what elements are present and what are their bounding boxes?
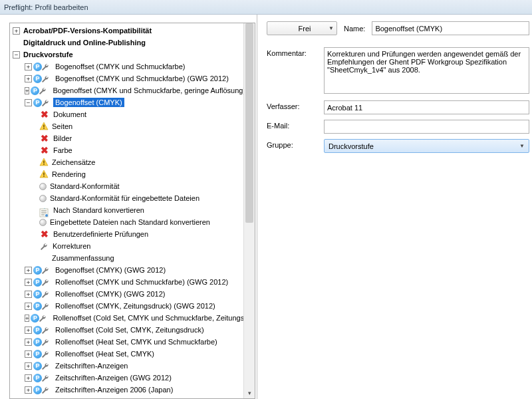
name-input[interactable] xyxy=(372,21,529,35)
scroll-thumb[interactable] xyxy=(245,23,253,223)
tree-child[interactable]: Seiten xyxy=(10,120,255,132)
wrench-icon xyxy=(38,86,48,96)
right-panel: Frei ▼ Name: Kommentar: Verfasser: E-Mai… xyxy=(257,15,532,399)
warning-icon xyxy=(39,122,49,131)
wrench-icon xyxy=(41,98,51,108)
tree-child[interactable]: Zusammenfassung xyxy=(10,252,255,264)
expand-toggle[interactable]: + xyxy=(25,291,32,298)
tree-scrollbar[interactable]: ▴ ▾ xyxy=(243,23,255,398)
chevron-down-icon: ▼ xyxy=(329,25,334,31)
tree-profile[interactable]: +PRollenoffset (Cold Set, CMYK, Zeitungs… xyxy=(10,324,255,336)
profile-icon: P xyxy=(33,350,42,358)
wrench-icon xyxy=(41,277,51,287)
profile-icon: P xyxy=(33,278,42,287)
tree-profile[interactable]: +PZeitschriften-Anzeigen 2006 (Japan) xyxy=(10,384,255,396)
expand-toggle[interactable]: − xyxy=(13,51,20,59)
verfasser-label: Verfasser: xyxy=(267,100,324,110)
wrench-icon xyxy=(41,74,51,84)
tree-profile[interactable]: + P Bogenoffset (CMYK und Schmuckfarbe) … xyxy=(10,72,255,84)
expand-toggle[interactable]: + xyxy=(25,315,29,322)
tree-category[interactable]: Digitaldruck und Online-Publishing xyxy=(10,37,255,49)
wrench-icon xyxy=(41,62,51,72)
profile-icon: P xyxy=(31,86,39,95)
tree-child[interactable]: Rendering xyxy=(10,168,255,180)
tree-category[interactable]: − Druckvorstufe xyxy=(10,49,255,61)
profile-icon: P xyxy=(33,326,42,334)
expand-toggle[interactable]: + xyxy=(25,63,32,70)
profile-icon: P xyxy=(31,314,39,323)
expand-toggle[interactable]: + xyxy=(25,327,32,334)
tree-profile[interactable]: +PZeitschriften-Anzeigen (GWG 2012) xyxy=(10,372,255,384)
lock-open-icon xyxy=(270,24,279,33)
wrench-icon xyxy=(41,289,51,299)
kommentar-textarea[interactable] xyxy=(324,47,529,94)
error-icon: ✖ xyxy=(39,133,50,144)
expand-toggle[interactable]: + xyxy=(25,374,32,382)
expand-toggle[interactable]: + xyxy=(25,279,32,286)
gruppe-combo[interactable]: Druckvorstufe ▼ xyxy=(324,139,529,153)
name-label: Name: xyxy=(344,25,365,33)
profile-icon: P xyxy=(33,374,42,382)
tree-profile-selected[interactable]: − P Bogenoffset (CMYK) xyxy=(10,96,255,108)
email-label: E-Mail: xyxy=(267,120,324,130)
tree-profile[interactable]: +PRollenoffset (Heat Set, CMYK und Schmu… xyxy=(10,336,255,348)
summary-icon xyxy=(39,253,49,263)
tree-profile[interactable]: + P Bogenoffset (CMYK und Schmuckfarbe, … xyxy=(10,84,255,96)
tree-child[interactable]: Zeichensätze xyxy=(10,156,255,168)
tree-category[interactable]: + Acrobat/PDF-Versions-Kompatibilität xyxy=(10,25,255,37)
profile-tree[interactable]: + Acrobat/PDF-Versions-Kompatibilität Di… xyxy=(10,23,255,398)
tree-child[interactable]: ✖Farbe xyxy=(10,144,255,156)
left-panel: + Acrobat/PDF-Versions-Kompatibilität Di… xyxy=(0,15,257,399)
tree-child[interactable]: Standard-Konformität xyxy=(10,180,255,192)
error-icon: ✖ xyxy=(39,109,50,120)
tree-profile[interactable]: +PBogenoffset (CMYK) (GWG 2012) xyxy=(10,264,255,276)
tree-child[interactable]: ✖Dokument xyxy=(10,108,255,120)
expand-spacer xyxy=(13,39,20,47)
expand-toggle[interactable]: + xyxy=(13,27,20,35)
kommentar-label: Kommentar: xyxy=(267,47,324,57)
tree-profile[interactable]: +PRollenoffset (CMYK und Schmuckfarbe) (… xyxy=(10,276,255,288)
window-titlebar: Preflight: Profil bearbeiten xyxy=(0,0,532,15)
expand-toggle[interactable]: + xyxy=(25,338,32,346)
expand-toggle[interactable]: + xyxy=(25,362,32,370)
tree-profile[interactable]: +PRollenoffset (CMYK) (GWG 2012) xyxy=(10,288,255,300)
verfasser-input[interactable] xyxy=(324,100,529,114)
profile-icon: P xyxy=(33,302,42,311)
profile-icon: P xyxy=(33,362,42,370)
expand-toggle[interactable]: + xyxy=(25,75,32,82)
dot-icon xyxy=(39,195,47,202)
tree-profile[interactable]: +PRollenoffset (CMYK, Zeitungsdruck) (GW… xyxy=(10,300,255,312)
lock-state-combo[interactable]: Frei ▼ xyxy=(267,21,337,35)
tree-child[interactable]: Standard-Konformität für eingebettete Da… xyxy=(10,192,255,204)
tree-profile[interactable]: +PZeitschriften-Anzeigen xyxy=(10,360,255,372)
expand-toggle[interactable]: + xyxy=(25,303,32,310)
tree-profile[interactable]: +PRollenoffset (Heat Set, CMYK) xyxy=(10,348,255,360)
scroll-down-arrow[interactable]: ▾ xyxy=(244,388,255,398)
wrench-icon xyxy=(41,373,51,383)
lock-state-text: Frei xyxy=(299,25,311,33)
expand-toggle[interactable]: + xyxy=(25,267,32,274)
tree-child[interactable]: ✖Bilder xyxy=(10,132,255,144)
profile-icon: P xyxy=(33,63,42,71)
chevron-down-icon: ▼ xyxy=(519,143,525,149)
tree-profile[interactable]: + P Bogenoffset (CMYK und Schmuckfarbe) xyxy=(10,61,255,72)
profile-icon: P xyxy=(33,338,42,346)
tree-profile[interactable]: +PRollenoffset (Cold Set, CMYK und Schmu… xyxy=(10,312,255,324)
expand-toggle[interactable]: + xyxy=(25,386,32,394)
profile-icon: P xyxy=(33,98,42,107)
wrench-icon xyxy=(41,265,51,275)
wrench-icon xyxy=(41,325,51,335)
profile-icon: P xyxy=(33,290,42,299)
gruppe-value: Druckvorstufe xyxy=(329,142,374,150)
expand-toggle[interactable]: + xyxy=(25,87,29,94)
expand-toggle[interactable]: − xyxy=(25,99,32,106)
expand-toggle[interactable]: + xyxy=(25,350,32,358)
wrench-icon xyxy=(41,337,51,347)
dot-icon xyxy=(39,183,47,190)
gruppe-label: Gruppe: xyxy=(267,139,324,149)
wrench-icon xyxy=(41,385,51,395)
email-input[interactable] xyxy=(324,120,529,134)
profile-icon: P xyxy=(33,386,42,394)
wrench-icon xyxy=(38,313,48,323)
wrench-icon xyxy=(41,361,51,371)
